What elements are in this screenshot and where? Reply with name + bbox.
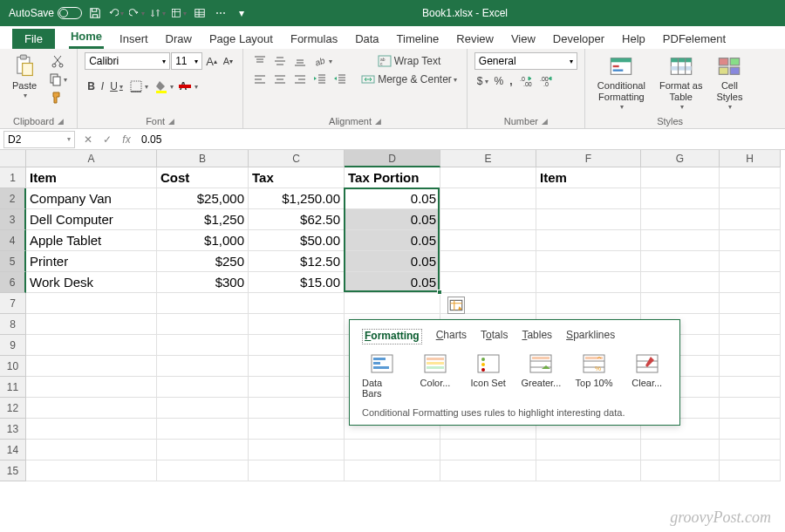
cell-C7[interactable] [249,293,345,314]
row-header-3[interactable]: 3 [0,209,26,230]
cell-A14[interactable] [26,440,157,460]
cell-G3[interactable] [641,209,720,230]
font-color-icon[interactable]: A [177,72,201,100]
cell-A9[interactable] [26,335,157,356]
qa-item-clear---[interactable]: Clear... [626,353,667,399]
accounting-format-button[interactable]: $ [474,73,491,89]
row-header-7[interactable]: 7 [0,293,26,314]
save-icon[interactable] [87,5,103,21]
tab-insert[interactable]: Insert [118,29,150,49]
cell-D4[interactable]: 0.05 [345,230,440,251]
cell-H13[interactable] [720,419,781,440]
cell-F1[interactable]: Item [536,167,641,188]
cell-F3[interactable] [536,209,641,230]
cell-B10[interactable] [157,356,249,377]
comma-format-button[interactable]: , [507,73,515,89]
qa-item-color---[interactable]: Color... [415,353,456,399]
row-header-10[interactable]: 10 [0,356,26,377]
qa-tab-tables[interactable]: Tables [522,329,552,344]
cell-H15[interactable] [720,460,781,481]
cell-D1[interactable]: Tax Portion [345,167,440,188]
cut-icon[interactable] [45,52,70,70]
tab-view[interactable]: View [509,29,537,49]
cell-H4[interactable] [720,230,781,251]
cell-F2[interactable] [536,188,641,209]
tab-data[interactable]: Data [353,29,380,49]
cell-H2[interactable] [720,188,781,209]
cell-B6[interactable]: $300 [157,272,249,293]
tab-timeline[interactable]: Timeline [395,29,441,49]
cell-B11[interactable] [157,377,249,398]
cell-A10[interactable] [26,356,157,377]
qat-touch-icon[interactable]: ⋯ [213,5,229,21]
tab-home[interactable]: Home [69,26,104,49]
cell-G2[interactable] [641,188,720,209]
tab-draw[interactable]: Draw [164,29,194,49]
quick-analysis-icon[interactable] [447,297,465,314]
cell-C2[interactable]: $1,250.00 [249,188,345,209]
bold-button[interactable]: B [85,78,98,94]
cell-E4[interactable] [440,230,536,251]
qa-tab-sparklines[interactable]: Sparklines [566,329,615,344]
cell-C14[interactable] [249,440,345,460]
decrease-decimal-icon[interactable]: .00.0 [536,72,556,90]
cell-C4[interactable]: $50.00 [249,230,345,251]
formula-input[interactable]: 0.05 [136,133,785,146]
cell-C13[interactable] [249,419,345,440]
cell-H10[interactable] [720,356,781,377]
tab-formulas[interactable]: Formulas [289,29,339,49]
cell-A15[interactable] [26,460,157,481]
align-center-icon[interactable] [270,71,290,88]
cell-E6[interactable] [440,272,536,293]
row-header-2[interactable]: 2 [0,188,26,209]
qa-tab-formatting[interactable]: Formatting [362,329,422,344]
cell-C3[interactable]: $62.50 [249,209,345,230]
col-header-F[interactable]: F [536,150,641,167]
cell-F15[interactable] [536,460,641,481]
increase-decimal-icon[interactable]: .0.00 [516,72,536,90]
cell-C6[interactable]: $15.00 [249,272,345,293]
qa-item-top-10-[interactable]: %Top 10% [574,353,615,399]
cell-G15[interactable] [641,460,720,481]
row-header-6[interactable]: 6 [0,272,26,293]
undo-icon[interactable] [108,5,124,21]
cell-A6[interactable]: Work Desk [26,272,157,293]
select-all-corner[interactable] [0,150,26,167]
align-left-icon[interactable] [250,71,270,88]
cell-D3[interactable]: 0.05 [345,209,440,230]
cell-B14[interactable] [157,440,249,460]
underline-button[interactable]: U [107,78,126,94]
italic-button[interactable]: I [99,78,106,94]
cell-B3[interactable]: $1,250 [157,209,249,230]
qat-insert-icon[interactable] [171,5,187,21]
cell-B5[interactable]: $250 [157,251,249,272]
cell-B4[interactable]: $1,000 [157,230,249,251]
cell-C11[interactable] [249,377,345,398]
row-header-11[interactable]: 11 [0,377,26,398]
tab-pdfelement[interactable]: PDFelement [661,29,727,49]
border-icon[interactable] [126,78,151,95]
cell-A11[interactable] [26,377,157,398]
fill-color-icon[interactable] [152,78,176,95]
row-header-8[interactable]: 8 [0,314,26,335]
decrease-indent-icon[interactable] [311,71,330,88]
cell-B1[interactable]: Cost [157,167,249,188]
increase-indent-icon[interactable] [331,71,350,88]
cell-A7[interactable] [26,293,157,314]
decrease-font-icon[interactable]: A▾ [221,54,236,68]
cell-C1[interactable]: Tax [249,167,345,188]
cell-C8[interactable] [249,314,345,335]
col-header-C[interactable]: C [249,150,345,167]
cell-F7[interactable] [536,293,641,314]
align-top-icon[interactable] [250,52,270,70]
qa-tab-totals[interactable]: Totals [481,329,508,344]
cell-G4[interactable] [641,230,720,251]
cell-A8[interactable] [26,314,157,335]
cell-B8[interactable] [157,314,249,335]
qa-item-data-bars[interactable]: Data Bars [362,353,403,399]
font-name-combo[interactable]: Calibri▾ [85,52,170,70]
col-header-G[interactable]: G [641,150,720,167]
col-header-H[interactable]: H [720,150,781,167]
cell-H11[interactable] [720,377,781,398]
cancel-formula-icon[interactable]: ✕ [78,133,98,146]
